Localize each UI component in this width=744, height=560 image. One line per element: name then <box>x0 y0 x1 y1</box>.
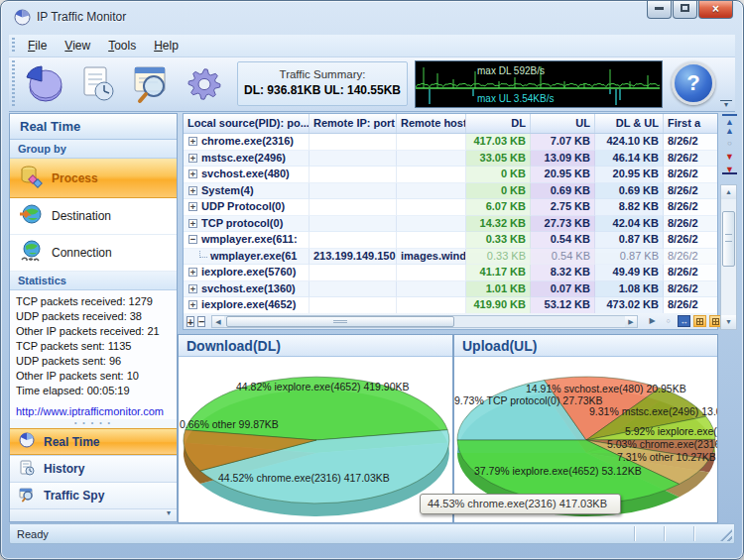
max-dl-label: max DL 592B/s <box>477 65 545 76</box>
expand-icon[interactable]: + <box>188 154 197 163</box>
table-row[interactable]: +chrome.exe(2316)417.03 KB7.07 KB424.10 … <box>184 134 717 151</box>
table-controls-bar: + − ◀ ▶ ▶ ○ ↔ <box>183 313 718 330</box>
column-header-4[interactable]: UL <box>531 114 595 133</box>
scroll-up-arrow[interactable]: ▲ <box>721 185 736 199</box>
pie-icon <box>10 432 44 451</box>
minimize-button[interactable] <box>647 1 672 19</box>
statistics-line: Other IP packets sent: 10 <box>16 369 177 384</box>
table-row[interactable]: wmplayer.exe(61213.199.149.150: 8images.… <box>184 249 717 266</box>
column-header-2[interactable]: Remote host <box>397 114 466 133</box>
traffic-value: 0.54 KB <box>531 249 595 266</box>
column-header-6[interactable]: First a <box>664 114 718 133</box>
traffic-value: 424.10 KB <box>595 134 664 151</box>
report-toolbar-button[interactable] <box>74 62 120 106</box>
connections-table: Local source(PID): po...Remote IP: portR… <box>183 113 718 330</box>
horizontal-scrollbar[interactable]: ◀ ▶ <box>211 315 638 328</box>
menu-item-view[interactable]: View <box>56 35 99 53</box>
realtime-pie-toolbar-button[interactable] <box>21 62 66 106</box>
vertical-scrollbar[interactable]: ▲ ▼ <box>720 184 737 330</box>
group-by-item-connection[interactable]: Connection <box>10 235 177 272</box>
nav-item-real-time[interactable]: Real Time <box>10 428 177 455</box>
grid-view-icon[interactable] <box>693 315 706 327</box>
vertical-scroll-thumb[interactable] <box>722 211 735 267</box>
record-toggle-icon[interactable]: ○ <box>662 315 675 327</box>
table-header-row: Local source(PID): po...Remote IP: portR… <box>184 114 717 134</box>
expand-icon[interactable]: + <box>188 137 197 146</box>
expand-icon[interactable]: + <box>188 268 197 277</box>
nav-item-label: Traffic Spy <box>44 489 104 503</box>
current-row-icon[interactable]: ○ <box>722 138 737 151</box>
sidebar-overflow-chevron[interactable]: ▾ <box>167 508 171 517</box>
go-next-row-icon[interactable]: ▼ <box>722 151 737 164</box>
autofit-columns-icon[interactable]: ↔ <box>678 315 690 327</box>
nav-item-traffic-spy[interactable]: Traffic Spy <box>10 482 177 508</box>
process-name: chrome.exe(2316) <box>201 135 294 147</box>
table-row[interactable]: +svchost.exe(480)0 KB20.95 KB20.95 KB8/2… <box>184 167 717 183</box>
statistics-panel: TCP packets received: 1279UDP packets re… <box>10 290 177 419</box>
table-row[interactable]: +mstsc.exe(2496)33.05 KB13.09 KB46.14 KB… <box>184 151 717 168</box>
column-header-1[interactable]: Remote IP: port <box>310 114 397 133</box>
expand-all-button[interactable]: + <box>186 316 194 327</box>
go-prev-row-icon[interactable]: ▲ <box>722 125 737 138</box>
traffic-value: 53.12 KB <box>531 297 595 314</box>
scroll-right-arrow[interactable]: ▶ <box>625 316 637 327</box>
sidebar: Real Time Group by ProcessDestinationCon… <box>9 113 178 522</box>
table-row[interactable]: +System(4)0 KB0.69 KB0.69 KB8/26/2 <box>184 183 717 200</box>
download-chart-panel: Download(DL) 44.82% iexplore.exe(4652) 4… <box>178 334 453 523</box>
go-last-row-icon[interactable]: ▼ <box>722 164 737 174</box>
menu-item-tools[interactable]: Tools <box>99 35 145 53</box>
traffic-value: 41.17 KB <box>466 265 531 281</box>
table-row[interactable]: +iexplore.exe(5760)41.17 KB8.32 KB49.49 … <box>184 265 717 281</box>
collapse-all-button[interactable]: − <box>197 316 205 327</box>
menubar-grip[interactable] <box>12 38 15 54</box>
expand-icon[interactable]: + <box>188 300 197 309</box>
statistics-line: Other IP packets received: 21 <box>16 324 177 339</box>
menu-item-file[interactable]: File <box>19 35 56 53</box>
website-link[interactable]: http://www.iptrafficmonitor.com <box>16 404 177 419</box>
group-by-item-destination[interactable]: Destination <box>10 198 177 235</box>
process-name: wmplayer.exe(611: <box>201 233 298 245</box>
toolbar-grip[interactable] <box>12 60 15 108</box>
resize-grip[interactable] <box>720 529 732 541</box>
column-header-0[interactable]: Local source(PID): po... <box>184 114 310 133</box>
scroll-left-arrow[interactable]: ◀ <box>212 316 224 327</box>
expand-icon[interactable]: + <box>188 219 197 228</box>
column-header-5[interactable]: DL & UL <box>595 114 664 133</box>
nav-item-label: History <box>44 462 84 476</box>
table-row[interactable]: −wmplayer.exe(611:0.33 KB0.54 KB0.87 KB8… <box>184 232 717 249</box>
process-name: iexplore.exe(5760) <box>201 266 296 278</box>
group-by-label: Process <box>52 171 98 185</box>
find-toolbar-button[interactable] <box>128 62 174 106</box>
expand-icon[interactable]: + <box>188 169 197 178</box>
maximize-button[interactable] <box>673 1 697 19</box>
go-first-row-icon[interactable]: ▲ <box>722 114 737 125</box>
process-name: System(4) <box>201 184 254 196</box>
settings-toolbar-button[interactable] <box>182 62 227 106</box>
nav-item-history[interactable]: History <box>10 455 177 482</box>
statistics-line: UDP packets sent: 96 <box>16 354 177 369</box>
column-header-3[interactable]: DL <box>466 114 531 133</box>
table-row[interactable]: +TCP protocol(0)14.32 KB27.73 KB42.04 KB… <box>184 216 717 233</box>
report-clock-icon <box>74 62 120 106</box>
statistics-line: Time elapsed: 00:05:19 <box>16 384 177 398</box>
close-button[interactable]: × <box>698 1 733 19</box>
menu-item-help[interactable]: Help <box>145 35 187 53</box>
sidebar-splitter[interactable]: • • • • • <box>10 419 177 428</box>
expand-icon[interactable]: + <box>188 284 197 293</box>
titlebar[interactable]: IP Traffic Monitor × <box>1 1 743 35</box>
toolbar-overflow-chevron[interactable]: ▾ <box>720 100 732 109</box>
expand-icon[interactable]: + <box>188 202 197 211</box>
app-window: IP Traffic Monitor × FileViewToolsHelp <box>0 0 744 560</box>
help-button[interactable]: ? <box>672 61 715 105</box>
process-name: UDP Protocol(0) <box>201 200 285 212</box>
table-row[interactable]: +svchost.exe(1360)1.01 KB0.07 KB1.08 KB8… <box>184 281 717 298</box>
group-by-item-process[interactable]: Process <box>10 159 177 198</box>
table-row[interactable]: +iexplore.exe(4652)419.90 KB53.12 KB473.… <box>184 297 717 314</box>
expand-icon[interactable]: + <box>188 186 197 195</box>
scroll-down-arrow[interactable]: ▼ <box>721 315 736 329</box>
horizontal-scroll-thumb[interactable] <box>226 316 454 327</box>
traffic-value: 6.07 KB <box>466 199 531 216</box>
scroll-more-right-icon[interactable]: ▶ <box>646 315 659 327</box>
collapse-icon[interactable]: − <box>188 235 197 244</box>
table-row[interactable]: +UDP Protocol(0)6.07 KB2.75 KB8.82 KB8/2… <box>184 199 717 216</box>
